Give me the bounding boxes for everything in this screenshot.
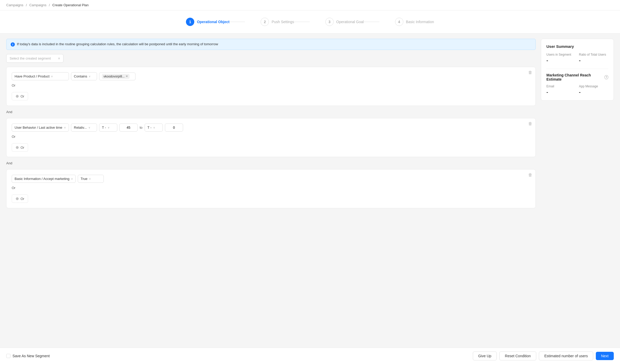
or-button-3[interactable]: ⊕ Or: [12, 194, 28, 203]
field-select-1-label: Have Product / Product: [15, 74, 49, 78]
info-banner: i If today's data is included in the rou…: [6, 39, 536, 50]
step-label-3: Operational Goal: [336, 20, 364, 24]
breadcrumb-item-3: Create Operational Plan: [52, 3, 88, 7]
tag-input-1[interactable]: vkoodovorpi8... ✕: [99, 73, 135, 80]
or-button-1-label: Or: [21, 94, 24, 98]
to-prefix-select-2[interactable]: T - ∨: [145, 124, 163, 132]
channel-estimate-title: Marketing Channel Reach Estimate ?: [546, 73, 608, 81]
step-1: 1 Operational Object: [170, 18, 245, 26]
segment-select-placeholder: Select the created segment: [10, 56, 51, 60]
tag-remove-1[interactable]: ✕: [126, 75, 128, 78]
next-button[interactable]: Next: [596, 352, 614, 360]
app-message-channel: App Message -: [579, 84, 608, 95]
segment-select-dropdown[interactable]: Select the created segment ∨: [6, 54, 63, 63]
save-segment-label: Save As New Segment: [12, 354, 50, 358]
users-in-segment-value: -: [546, 57, 576, 63]
breadcrumb: Campaigns / Campaigns / Create Operation…: [0, 0, 620, 10]
operator-select-2[interactable]: Relativ... ∨: [71, 124, 97, 132]
stepper: 1 Operational Object 2 Push Settings 3 O…: [0, 10, 620, 34]
from-value-input-2[interactable]: [119, 124, 138, 132]
field-select-3[interactable]: Basic Information / Accept marketing ∨: [12, 175, 76, 183]
step-4: 4 Basic Information: [379, 18, 450, 26]
delete-icon-2[interactable]: 🗑: [528, 121, 532, 126]
and-label-2: And: [6, 161, 12, 165]
users-in-segment-label: Users in Segment: [546, 53, 576, 56]
plus-icon-3: ⊕: [16, 196, 19, 201]
app-message-value: -: [579, 89, 608, 95]
user-summary-card: User Summary Users in Segment - Ratio of…: [541, 39, 614, 101]
plus-icon-1: ⊕: [16, 94, 19, 99]
step-circle-2: 2: [261, 18, 269, 26]
operator-select-1-label: Contains: [74, 74, 87, 78]
channel-grid: Email - App Message -: [546, 84, 608, 95]
chevron-down-icon: ∨: [58, 57, 60, 60]
save-segment-checkbox[interactable]: [6, 354, 10, 358]
and-label-1: And: [6, 110, 12, 114]
or-button-2-label: Or: [21, 146, 24, 150]
or-button-1[interactable]: ⊕ Or: [12, 92, 28, 100]
footer-bar: Save As New Segment Give Up Reset Condit…: [0, 348, 620, 364]
chevron-down-icon: ∨: [153, 126, 155, 129]
breadcrumb-item-2[interactable]: Campaigns: [29, 3, 47, 7]
from-prefix-select-2[interactable]: T - ∨: [99, 124, 117, 132]
or-label-2: Or: [12, 135, 530, 139]
condition-block-1: 🗑 Have Product / Product ∨ Contains ∨ vk…: [6, 67, 536, 106]
help-icon[interactable]: ?: [604, 75, 608, 79]
tag-text-1: vkoodovorpi8...: [104, 75, 125, 78]
chevron-down-icon: ∨: [89, 177, 91, 180]
chevron-down-icon: ∨: [108, 126, 109, 129]
step-label-2: Push Settings: [272, 20, 294, 24]
and-divider-1: And: [6, 106, 536, 118]
or-label-3: Or: [12, 186, 530, 190]
condition-row-3: Basic Information / Accept marketing ∨ T…: [12, 175, 530, 183]
email-channel: Email -: [546, 84, 576, 95]
condition-block-3: 🗑 Basic Information / Accept marketing ∨…: [6, 169, 536, 208]
or-button-2[interactable]: ⊕ Or: [12, 143, 28, 152]
to-value-input-2[interactable]: [165, 124, 183, 132]
footer-left: Save As New Segment: [6, 354, 50, 358]
user-summary-title: User Summary: [546, 44, 608, 49]
info-icon: i: [11, 42, 15, 47]
condition-block-2: 🗑 User Behavior / Last active time ∨ Rel…: [6, 118, 536, 157]
delete-icon-1[interactable]: 🗑: [528, 70, 532, 75]
operator-select-1[interactable]: Contains ∨: [71, 72, 97, 80]
give-up-button[interactable]: Give Up: [473, 352, 497, 360]
app-message-label: App Message: [579, 84, 608, 88]
chevron-down-icon: ∨: [64, 126, 66, 129]
chevron-down-icon: ∨: [89, 75, 91, 78]
tag-value-1: vkoodovorpi8... ✕: [102, 74, 130, 79]
estimate-users-button[interactable]: Estimated number of users: [539, 352, 593, 360]
channel-title-text: Marketing Channel Reach Estimate: [546, 73, 603, 81]
delete-icon-3[interactable]: 🗑: [528, 173, 532, 177]
plus-icon-2: ⊕: [16, 145, 19, 150]
field-select-1[interactable]: Have Product / Product ∨: [12, 72, 69, 80]
step-3: 3 Operational Goal: [310, 18, 379, 26]
operator-select-2-label: Relativ...: [74, 126, 87, 129]
content-area: i If today's data is included in the rou…: [0, 34, 620, 346]
or-button-3-label: Or: [21, 197, 24, 201]
condition-row-1: Have Product / Product ∨ Contains ∨ vkoo…: [12, 72, 530, 80]
step-label-4: Basic Information: [406, 20, 434, 24]
step-circle-3: 3: [325, 18, 334, 26]
divider: [546, 69, 608, 69]
operator-select-3-label: True: [81, 177, 87, 181]
breadcrumb-item-1[interactable]: Campaigns: [6, 3, 23, 7]
from-prefix-label-2: T -: [102, 126, 106, 129]
step-2: 2 Push Settings: [245, 18, 309, 26]
footer-right: Give Up Reset Condition Estimated number…: [473, 352, 614, 360]
chevron-down-icon: ∨: [88, 126, 90, 129]
step-circle-4: 4: [395, 18, 403, 26]
reset-condition-button[interactable]: Reset Condition: [499, 352, 536, 360]
email-label: Email: [546, 84, 576, 88]
chevron-down-icon: ∨: [51, 75, 53, 78]
field-select-2-label: User Behavior / Last active time: [15, 126, 62, 129]
chevron-down-icon: ∨: [71, 177, 73, 180]
main-panel: i If today's data is included in the rou…: [6, 39, 536, 340]
summary-grid: Users in Segment - Ratio of Total Users …: [546, 53, 608, 63]
to-label-2: to: [140, 126, 143, 129]
and-divider-2: And: [6, 157, 536, 169]
operator-select-3[interactable]: True ∨: [78, 175, 104, 183]
or-label-1: Or: [12, 83, 530, 87]
step-label-1: Operational Object: [197, 20, 229, 24]
field-select-2[interactable]: User Behavior / Last active time ∨: [12, 124, 69, 132]
